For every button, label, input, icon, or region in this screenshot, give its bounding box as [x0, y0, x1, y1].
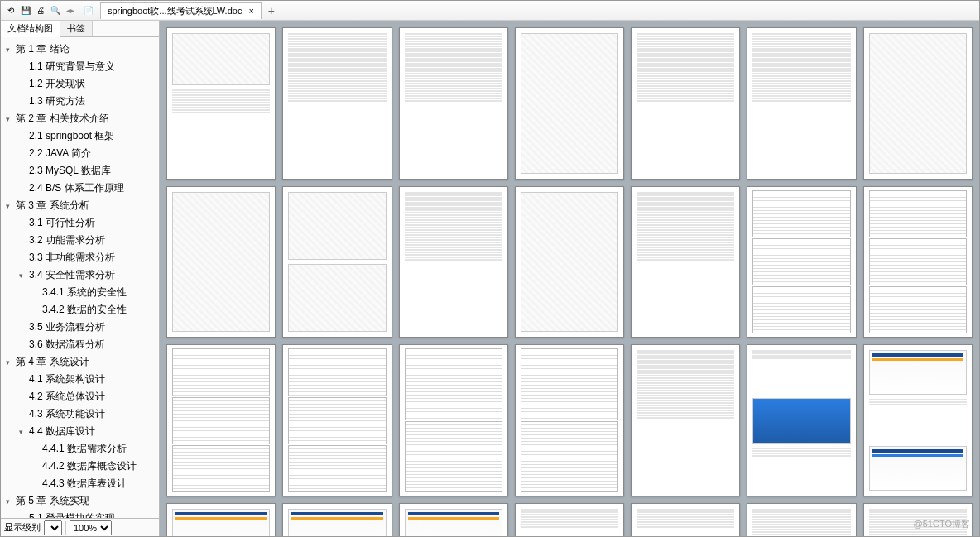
zoom-select[interactable]: 100% [70, 520, 112, 535]
back-icon[interactable]: ⟲ [4, 4, 17, 17]
page-thumbnail[interactable] [631, 503, 740, 536]
page-thumbnail[interactable] [515, 503, 624, 536]
page-thumbnail[interactable] [399, 186, 508, 338]
outline-item[interactable]: 2.4 B/S 体系工作原理 [2, 180, 157, 197]
twisty-icon[interactable]: ▾ [6, 202, 14, 210]
outline-item[interactable]: 1.2 开发现状 [2, 75, 157, 93]
twisty-icon[interactable]: ▾ [19, 271, 27, 280]
outline-item[interactable]: 1.3 研究方法 [2, 93, 157, 110]
outline-item[interactable]: 1.1 研究背景与意义 [2, 58, 157, 75]
page-thumbnail[interactable] [282, 503, 392, 536]
outline-item[interactable]: 4.4.1 数据需求分析 [2, 440, 157, 458]
doc-icon: 📄 [82, 4, 95, 17]
outline-item[interactable]: 5.1 登录模块的实现 [2, 510, 157, 518]
outline-label: 4.3 系统功能设计 [29, 407, 105, 421]
outline-item[interactable]: ▾第 4 章 系统设计 [2, 353, 157, 371]
outline-item[interactable]: 4.1 系统架构设计 [2, 371, 157, 388]
page-thumbnail[interactable] [515, 27, 624, 180]
page-thumbnail[interactable] [166, 344, 276, 496]
divider [65, 521, 66, 535]
outline-item[interactable]: 3.5 业务流程分析 [2, 319, 157, 336]
outline-label: 第 1 章 绪论 [16, 42, 70, 56]
page-thumbnail[interactable] [863, 27, 973, 180]
titlebar: ⟲ 💾 🖨 🔍 ◂▸ 📄 springboot软...线考试系统LW.doc ×… [1, 1, 979, 21]
outline-label: 3.4.1 系统的安全性 [42, 285, 127, 300]
search-icon[interactable]: 🔍 [49, 4, 62, 17]
page-thumbnail[interactable] [747, 186, 856, 338]
nav-icon[interactable]: ◂▸ [64, 4, 77, 17]
page-thumbnail[interactable] [747, 344, 856, 496]
tab-label: springboot软...线考试系统LW.doc [108, 5, 242, 17]
outline-label: 2.1 springboot 框架 [29, 129, 114, 143]
outline-item[interactable]: ▾3.4 安全性需求分析 [2, 266, 157, 284]
page-thumbnail[interactable] [166, 503, 276, 536]
close-tab-icon[interactable]: × [248, 6, 253, 16]
thumbnail-grid [166, 27, 973, 536]
tab-outline[interactable]: 文档结构图 [1, 21, 60, 37]
outline-label: 5.1 登录模块的实现 [29, 511, 115, 518]
twisty-icon[interactable]: ▾ [6, 115, 14, 123]
outline-item[interactable]: ▾第 3 章 系统分析 [2, 197, 157, 214]
outline-label: 3.4 安全性需求分析 [29, 268, 115, 282]
main: 文档结构图 书签 ▾第 1 章 绪论1.1 研究背景与意义1.2 开发现状1.3… [1, 21, 979, 536]
outline-item[interactable]: 3.6 数据流程分析 [2, 336, 157, 353]
outline-item[interactable]: 3.2 功能需求分析 [2, 232, 157, 249]
page-thumbnail[interactable] [166, 186, 276, 338]
outline-item[interactable]: ▾第 1 章 绪论 [2, 41, 157, 58]
page-thumbnail[interactable] [631, 344, 740, 496]
outline-item[interactable]: 2.2 JAVA 简介 [2, 145, 157, 162]
outline-item[interactable]: 4.4.2 数据库概念设计 [2, 458, 157, 475]
outline-label: 1.3 研究方法 [29, 94, 85, 108]
new-tab-button[interactable]: + [268, 4, 275, 17]
outline-item[interactable]: 2.3 MySQL 数据库 [2, 162, 157, 180]
sidebar: 文档结构图 书签 ▾第 1 章 绪论1.1 研究背景与意义1.2 开发现状1.3… [1, 21, 160, 536]
outline-item[interactable]: ▾第 2 章 相关技术介绍 [2, 110, 157, 127]
page-thumbnail[interactable] [747, 27, 856, 180]
print-icon[interactable]: 🖨 [34, 4, 47, 17]
page-thumbnail[interactable] [631, 27, 740, 180]
sidebar-footer: 显示级别 100% [1, 518, 159, 536]
twisty-icon[interactable]: ▾ [19, 428, 27, 436]
level-select[interactable] [44, 520, 62, 535]
twisty-icon[interactable]: ▾ [6, 497, 14, 506]
twisty-icon[interactable]: ▾ [6, 358, 14, 367]
page-thumbnail[interactable] [747, 503, 856, 536]
outline-item[interactable]: 4.3 系统功能设计 [2, 405, 157, 423]
outline-label: 4.1 系统架构设计 [29, 372, 105, 386]
page-thumbnail[interactable] [515, 344, 624, 496]
document-tab[interactable]: springboot软...线考试系统LW.doc × [100, 2, 262, 19]
outline-item[interactable]: 4.2 系统总体设计 [2, 388, 157, 405]
level-label: 显示级别 [4, 521, 41, 534]
outline-item[interactable]: 3.1 可行性分析 [2, 214, 157, 232]
page-thumbnail[interactable] [282, 186, 392, 338]
outline-label: 第 4 章 系统设计 [16, 355, 89, 369]
page-thumbnail[interactable] [863, 344, 973, 496]
outline-label: 1.1 研究背景与意义 [29, 60, 115, 74]
outline-item[interactable]: 4.4.3 数据库表设计 [2, 475, 157, 492]
outline-item[interactable]: 3.4.1 系统的安全性 [2, 284, 157, 301]
page-thumbnail[interactable] [863, 186, 973, 338]
outline-item[interactable]: 3.3 非功能需求分析 [2, 249, 157, 266]
outline-label: 第 3 章 系统分析 [16, 199, 89, 213]
outline-label: 2.2 JAVA 简介 [29, 146, 91, 161]
twisty-icon[interactable]: ▾ [6, 46, 14, 54]
page-thumbnail[interactable] [399, 503, 508, 536]
page-thumbnail[interactable] [399, 27, 508, 180]
page-thumbnail[interactable] [631, 186, 740, 338]
thumbnail-view[interactable] [160, 21, 979, 536]
outline-item[interactable]: 2.1 springboot 框架 [2, 127, 157, 145]
page-thumbnail[interactable] [399, 344, 508, 496]
tab-bookmark[interactable]: 书签 [60, 21, 93, 36]
titlebar-icons: ⟲ 💾 🖨 🔍 ◂▸ 📄 [4, 4, 95, 17]
page-thumbnail[interactable] [166, 27, 276, 180]
outline-item[interactable]: ▾第 5 章 系统实现 [2, 492, 157, 510]
page-thumbnail[interactable] [515, 186, 624, 338]
page-thumbnail[interactable] [282, 27, 392, 180]
save-icon[interactable]: 💾 [19, 4, 32, 17]
outline-item[interactable]: 3.4.2 数据的安全性 [2, 301, 157, 319]
page-thumbnail[interactable] [282, 344, 392, 496]
outline-label: 第 2 章 相关技术介绍 [16, 112, 109, 126]
outline-item[interactable]: ▾4.4 数据库设计 [2, 423, 157, 440]
outline-label: 1.2 开发现状 [29, 77, 85, 91]
outline-label: 4.4.1 数据需求分析 [42, 442, 127, 456]
